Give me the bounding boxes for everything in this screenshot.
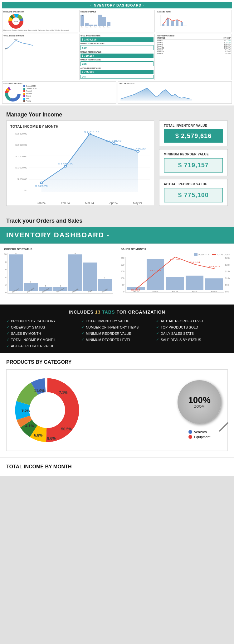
orders-content: INVENTORY DASHBOARD - ORDERS BY STATUS 1… [0,227,234,305]
tab-item-12: ✓ SALE DEALS BY STATUS [156,338,228,342]
income-chart-box: TOTAL INCOME BY MONTH $ 2,500.00 $ 2,000… [6,121,154,206]
actual-reorder-display: $ 775,100 [80,70,154,74]
total-income-by-month-section: TOTAL INCOME BY MONTH [0,457,234,476]
svg-text:$375: $375 [5,48,8,50]
svg-text:$14,503: $14,503 [209,266,220,268]
tab-label-8: MINIMUM REORDER VALUE [86,332,131,335]
svg-point-32 [113,143,115,144]
zoom-label: ZOOM [194,405,205,408]
legend-dot-vehicles [188,430,192,434]
tab-item-8: ✓ MINIMUM REORDER VALUE [81,331,153,336]
tab-item-1: ✓ PRODUCTS BY CATEGORY [6,319,78,323]
tabs-count: 13 [95,310,101,315]
total-income-title: TOTAL INCOME BY MONTH [6,464,228,470]
top-products-card: TOP PRODUCTS SOLD ITEM NAMEQTYSORT Name … [156,34,232,80]
svg-text:$21,799: $21,799 [170,258,181,261]
check-icon-1: ✓ [6,319,9,323]
legend-vehicles: Vehicles [188,430,211,434]
kpi-stack: TOTAL INVENTORY VALUE $ 2,579,616 MINIMU… [159,121,228,206]
svg-text:50.5%: 50.5% [14,21,18,22]
tab-label-1: PRODUCTS BY CATEGORY [11,319,56,323]
tab-label-2: TOTAL INVENTORY VALUE [86,319,129,323]
tab-label-3: ACTUAL REORDER LEVEL [161,319,204,323]
tabs-grid: ✓ PRODUCTS BY CATEGORY ✓ TOTAL INVENTORY… [6,319,228,348]
svg-text:$2,063: $2,063 [131,289,140,291]
tab-label-7: SALES BY MONTH [11,332,41,335]
tabs-suffix: FOR ORGANIZATION [116,310,165,315]
min-reorder-kpi: MINIMUM REORDER VALUE $ 719,157 [159,149,228,176]
top-products-title: TOP PRODUCTS SOLD [157,35,231,37]
total-income-card: TOTAL INCOME BY MONTH $375 $2,011 [2,34,78,80]
tabs-word: TABS [102,310,115,315]
svg-point-51 [29,392,65,428]
check-icon-3: ✓ [156,319,159,323]
check-icon-4: ✓ [6,325,9,329]
tab-item-5: ✓ NUMBER OF INVENTORY ITEMS [81,325,153,329]
svg-text:$ 1,450.30: $ 1,450.30 [130,147,146,150]
tab-label-10: TOTAL INCOME BY MONTH [11,338,55,342]
sales-month-title: SALES BY MONTH [121,248,230,251]
svg-text:11.9%: 11.9% [34,389,45,393]
svg-text:$ 2,011.50: $ 2,011.50 [84,131,100,134]
svg-text:$2,011: $2,011 [14,39,18,40]
check-icon-7: ✓ [6,331,9,336]
orders-by-status-card: ORDERS BY STATUS 9 Del Can Ret Ref Shi P… [79,10,155,32]
svg-point-23 [9,90,17,97]
tab-label-5: NUMBER OF INVENTORY ITEMS [86,325,139,329]
legend-equipment: Equipment [188,435,211,439]
manage-income-label: Manage Your Income [0,106,234,121]
track-orders-section: Track your Orders and Sales INVENTORY DA… [0,212,234,305]
legend-dot-equipment [188,435,192,439]
total-inv-value-display: $ 2,579,616 [164,129,223,143]
min-reorder-value-label: MINIMUM REORDER VALUE [164,153,223,156]
tab-label-13: ACTUAL REORDER VALUE [11,344,54,348]
actual-reorder-value-label: ACTUAL REORDER VALUE [164,182,223,186]
inv-items-label: NUMBER OF INVENTORY ITEMS [80,43,154,45]
tab-item-11: ✓ MINIMUM REORDER LEVEL [81,338,153,342]
check-icon-2: ✓ [81,319,84,323]
svg-text:9.5%: 9.5% [22,408,30,413]
products-chart-area: 7.1% 11.9% 9.5% 4.1% 6.8% 8.6% 50.5% 100… [6,369,228,451]
svg-text:7.1%: 7.1% [59,391,68,395]
svg-text:8.6%: 8.6% [47,436,56,441]
check-icon-12: ✓ [156,338,159,342]
dashboard-bot-row: SALE DEALS BY STATUS Delivered 38.1% Can… [2,81,232,104]
sale-deals-card: SALE DEALS BY STATUS Delivered 38.1% Can… [2,81,116,104]
products-by-category-section: PRODUCTS BY CATEGORY 7.1% 11.9% 9.5% [0,353,234,457]
tab-label-9: DAILY SALES STATS [161,332,194,335]
income-content: TOTAL INCOME BY MONTH $ 2,500.00 $ 2,000… [0,121,234,212]
svg-text:$11,900: $11,900 [150,270,161,272]
magnifier-handle [219,422,228,432]
svg-text:4.1%: 4.1% [25,424,34,428]
tab-item-10: ✓ TOTAL INCOME BY MONTH [6,338,78,342]
check-icon-13: ✓ [6,344,9,348]
inv-value-display: $ 2,579,616 [80,37,154,42]
svg-text:$17,184: $17,184 [189,261,200,263]
tab-item-3: ✓ ACTUAL REORDER LEVEL [156,319,228,323]
min-reorder-display: $ 719,157 [80,54,154,58]
tabs-info-section: INCLUDES 13 TABS FOR ORGANIZATION ✓ PROD… [0,305,234,353]
svg-text:50.5%: 50.5% [61,427,72,431]
svg-point-30 [64,165,67,167]
zoom-text: 100% [188,396,211,405]
tabs-title: INCLUDES 13 TABS FOR ORGANIZATION [6,310,228,315]
tab-item-4: ✓ ORDERS BY STATUS [6,325,78,329]
min-reorder-value-display: $ 719,157 [164,158,223,173]
svg-text:$ 1,718.40: $ 1,718.40 [106,140,122,142]
svg-rect-11 [162,24,164,26]
check-icon-9: ✓ [156,331,159,336]
sales-by-month-card: SALES BY MONTH [156,10,232,32]
tab-item-13: ✓ ACTUAL REORDER VALUE [6,344,78,348]
sale-deals-title: SALE DEALS BY STATUS [3,83,115,84]
daily-sales-title: DAILY SALES STATS [119,83,231,84]
dashboard-title: - INVENTORY DASHBOARD - [2,2,232,8]
tabs-prefix: INCLUDES [69,310,95,315]
dashboard-top-row: PRODUCTS BY CATEGORY 50.5% Electronics, … [2,10,232,32]
daily-sales-card: DAILY SALES STATS [118,81,232,104]
tab-label-4: ORDERS BY STATUS [11,325,45,329]
tab-item-9: ✓ DAILY SALES STATS [156,331,228,336]
zoom-badge: 100% ZOOM [178,380,221,424]
products-by-category-card: PRODUCTS BY CATEGORY 50.5% Electronics, … [2,10,78,32]
sales-card-title: SALES BY MONTH [157,11,231,13]
income-chart-title: TOTAL INCOME BY MONTH [10,125,150,128]
